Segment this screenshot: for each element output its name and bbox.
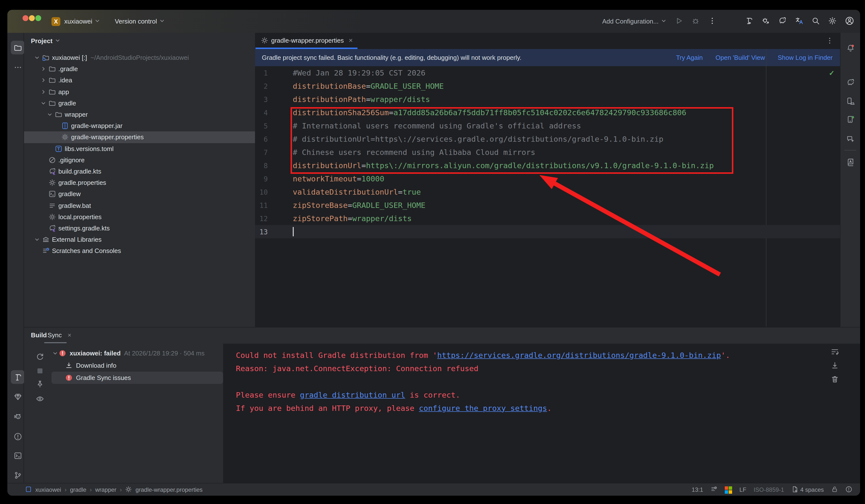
profiler-icon[interactable] (762, 16, 770, 26)
tab-gradle-wrapper-properties[interactable]: gradle-wrapper.properties × (255, 33, 358, 49)
console-link[interactable]: gradle distribution url (300, 390, 405, 399)
tree-item--idea[interactable]: .idea (24, 75, 255, 86)
chevron-right-icon[interactable] (39, 67, 47, 72)
chevron-right-icon[interactable] (39, 78, 47, 83)
code-line-7[interactable]: 7# Chinese users recommend using Alibaba… (255, 145, 841, 159)
translation-dictionary-icon[interactable] (843, 155, 857, 169)
tree-item-xuxiaowei-[interactable]: xuxiaowei [:]~/AndroidStudioProjects/xux… (24, 52, 255, 63)
code-line-6[interactable]: 6# distributionUrl=https\://services.gra… (255, 132, 841, 145)
problems-status-icon[interactable] (845, 485, 852, 494)
tree-item--gitignore[interactable]: .gitignore (24, 154, 255, 165)
pin-icon[interactable] (34, 378, 46, 390)
code-line-1[interactable]: 1#Wed Jan 28 19:29:05 CST 2026 (255, 66, 841, 79)
chevron-right-icon[interactable] (39, 89, 47, 94)
breadcrumb[interactable]: xuxiaowei›gradle›wrapper›gradle-wrapper.… (25, 483, 203, 496)
tree-item-settings-gradle-kts[interactable]: settings.gradle.kts (24, 223, 255, 234)
zoom-window-button[interactable] (35, 15, 41, 21)
code-editor[interactable]: 1#Wed Jan 28 19:29:05 CST 20262distribut… (255, 66, 841, 238)
editor-options-kebab-icon[interactable] (826, 37, 834, 47)
gradle-sync-icon[interactable] (778, 16, 786, 26)
tree-item-gradlew-bat[interactable]: gradlew.bat (24, 200, 255, 211)
indent-setting[interactable]: 4 spaces (800, 487, 824, 493)
run-icon[interactable] (675, 16, 683, 26)
close-window-button[interactable] (23, 15, 28, 21)
console-link[interactable]: configure the proxy settings (419, 404, 547, 412)
readonly-list-icon[interactable] (711, 485, 717, 494)
project-tool-icon[interactable] (11, 41, 24, 55)
more-tools-icon[interactable] (11, 60, 24, 74)
line-separator[interactable]: LF (739, 487, 746, 493)
build-tree-item[interactable]: xuxiaowei: failedAt 2026/1/28 19:29 · 50… (51, 347, 223, 359)
terminal-icon[interactable] (11, 449, 24, 462)
tree-item-scratches-and-consoles[interactable]: Scratches and Consoles (24, 245, 255, 256)
code-line-8[interactable]: 8distributionUrl=https\://mirrors.aliyun… (255, 159, 841, 172)
breadcrumb-item[interactable]: xuxiaowei (35, 487, 61, 493)
tree-item-libs-versions-toml[interactable]: libs.versions.toml (24, 143, 255, 154)
device-manager-icon[interactable] (843, 94, 857, 108)
tab-sync[interactable]: Sync× (48, 331, 71, 339)
code-line-13[interactable]: 13 (255, 225, 841, 238)
ms-plugin-icon[interactable] (725, 486, 732, 493)
code-line-10[interactable]: 10validateDistributionUrl=true (255, 185, 841, 199)
unlock-icon[interactable] (831, 485, 838, 494)
tree-item-local-properties[interactable]: local.properties (24, 211, 255, 222)
gemini-chat-icon[interactable] (843, 132, 857, 145)
project-menu[interactable]: xuxiaowei (64, 17, 100, 25)
try-again-link[interactable]: Try Again (676, 54, 703, 61)
console-link[interactable]: https://services.gradle.org/distribution… (437, 351, 721, 360)
stop-icon[interactable] (34, 365, 46, 376)
tree-item--gradle[interactable]: .gradle (24, 63, 255, 74)
build-hammer-icon[interactable] (745, 16, 753, 26)
code-line-4[interactable]: 4distributionSha256Sum=a17ddd85a26b6a7f5… (255, 106, 841, 119)
code-line-2[interactable]: 2distributionBase=GRADLE_USER_HOME (255, 79, 841, 93)
logcat-icon[interactable] (11, 409, 24, 423)
running-devices-icon[interactable] (843, 112, 857, 126)
account-icon[interactable] (845, 16, 854, 27)
tree-item-gradle-wrapper-properties[interactable]: gradle-wrapper.properties (24, 132, 255, 143)
project-panel-header[interactable]: Project (31, 33, 60, 48)
preview-eye-icon[interactable] (34, 393, 46, 405)
problems-icon[interactable] (11, 430, 24, 443)
chevron-down-icon[interactable] (39, 101, 47, 106)
open-build-view-link[interactable]: Open 'Build' View (715, 54, 765, 61)
close-tab-icon[interactable]: × (349, 36, 353, 44)
breadcrumb-item[interactable]: gradle (70, 487, 86, 493)
chevron-down-icon[interactable] (33, 237, 41, 242)
more-actions-icon[interactable] (708, 16, 716, 26)
gradle-icon[interactable] (843, 75, 857, 89)
settings-icon[interactable] (828, 16, 837, 26)
code-line-5[interactable]: 5# International users recommend using G… (255, 119, 841, 132)
show-log-link[interactable]: Show Log in Finder (778, 54, 833, 61)
breadcrumb-item[interactable]: wrapper (95, 487, 116, 493)
chevron-down-icon[interactable] (46, 112, 54, 117)
tree-item-gradlew[interactable]: gradlew (24, 188, 255, 200)
tree-item-wrapper[interactable]: wrapper (24, 109, 255, 120)
soft-wrap-icon[interactable] (831, 348, 839, 358)
minimize-window-button[interactable] (29, 15, 35, 21)
search-icon[interactable] (811, 16, 820, 26)
file-encoding[interactable]: ISO-8859-1 (754, 487, 784, 493)
caret-position[interactable]: 13:1 (692, 487, 703, 493)
code-line-11[interactable]: 11zipStoreBase=GRADLE_USER_HOME (255, 199, 841, 212)
notifications-icon[interactable] (843, 41, 857, 55)
tree-item-gradle-wrapper-jar[interactable]: gradle-wrapper.jar (24, 120, 255, 131)
tree-item-build-gradle-kts[interactable]: build.gradle.kts (24, 166, 255, 177)
translate-icon[interactable] (795, 16, 803, 26)
version-control-menu[interactable]: Version control (115, 17, 165, 25)
tree-item-gradle[interactable]: gradle (24, 97, 255, 109)
chevron-down-icon[interactable] (33, 55, 41, 60)
build-tree-item[interactable]: Download info (51, 359, 223, 372)
tree-item-app[interactable]: app (24, 86, 255, 97)
build-tree-item[interactable]: Gradle Sync issues (51, 372, 223, 384)
scroll-to-end-icon[interactable] (831, 361, 839, 372)
version-control-icon[interactable] (11, 468, 24, 482)
debug-icon[interactable] (691, 16, 700, 26)
code-line-3[interactable]: 3distributionPath=wrapper/dists (255, 93, 841, 106)
run-configuration-select[interactable]: Add Configuration... (602, 17, 666, 25)
clear-all-icon[interactable] (831, 375, 839, 385)
code-line-12[interactable]: 12zipStorePath=wrapper/dists (255, 212, 841, 225)
build-tool-icon[interactable] (11, 370, 24, 384)
tree-item-external-libraries[interactable]: External Libraries (24, 234, 255, 245)
breadcrumb-item[interactable]: gradle-wrapper.properties (136, 487, 203, 493)
sync-refresh-icon[interactable] (34, 351, 46, 362)
